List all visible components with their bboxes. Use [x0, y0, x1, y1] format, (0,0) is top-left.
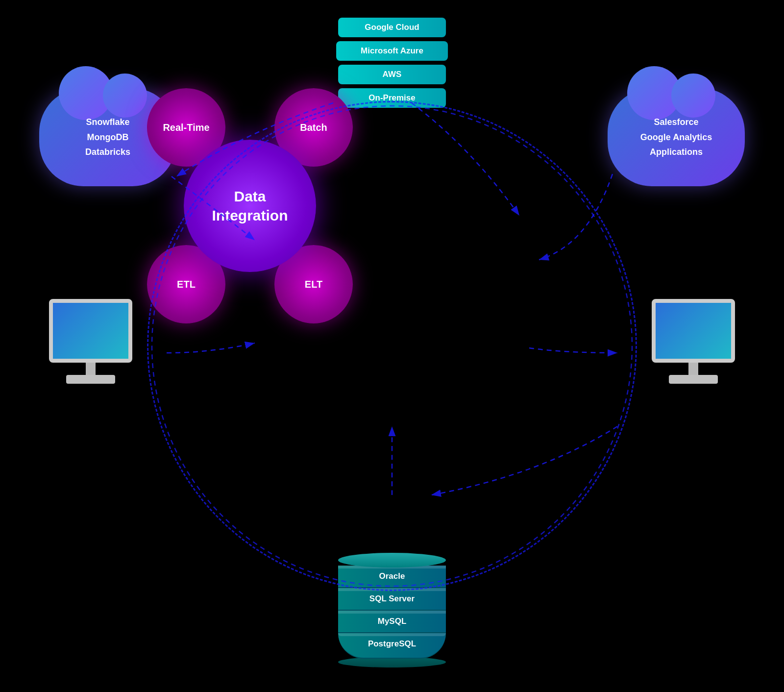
- orbit-ring: [147, 101, 637, 591]
- cloud-right: Salesforce Google Analytics Applications: [608, 88, 745, 186]
- cloud-left-item-2: MongoDB: [85, 130, 130, 145]
- cloud-right-item-3: Applications: [640, 145, 712, 160]
- sat-realtime-label: Real-Time: [163, 122, 209, 133]
- platform-google-cloud: Google Cloud: [338, 18, 446, 37]
- cloud-left-text: Snowflake MongoDB Databricks: [85, 115, 130, 160]
- monitor-left-neck: [86, 363, 96, 375]
- cloud-right-item-2: Google Analytics: [640, 130, 712, 145]
- cloud-right-item-1: Salesforce: [640, 115, 712, 130]
- platform-azure: Microsoft Azure: [336, 41, 448, 61]
- monitor-right-neck: [688, 363, 698, 375]
- diagram-scene: Google Cloud Microsoft Azure AWS On-Prem…: [0, 0, 784, 692]
- cloud-left-item-1: Snowflake: [85, 115, 130, 130]
- db-postgresql: PostgreSQL: [338, 633, 446, 659]
- cloud-left-item-3: Databricks: [85, 145, 130, 160]
- db-sqlserver: SQL Server: [338, 588, 446, 611]
- db-mysql: MySQL: [338, 611, 446, 633]
- monitor-right-screen: [652, 299, 735, 363]
- monitor-right: [652, 299, 735, 384]
- monitor-left-base: [66, 375, 115, 384]
- cloud-right-text: Salesforce Google Analytics Applications: [640, 115, 712, 160]
- monitor-right-base: [669, 375, 718, 384]
